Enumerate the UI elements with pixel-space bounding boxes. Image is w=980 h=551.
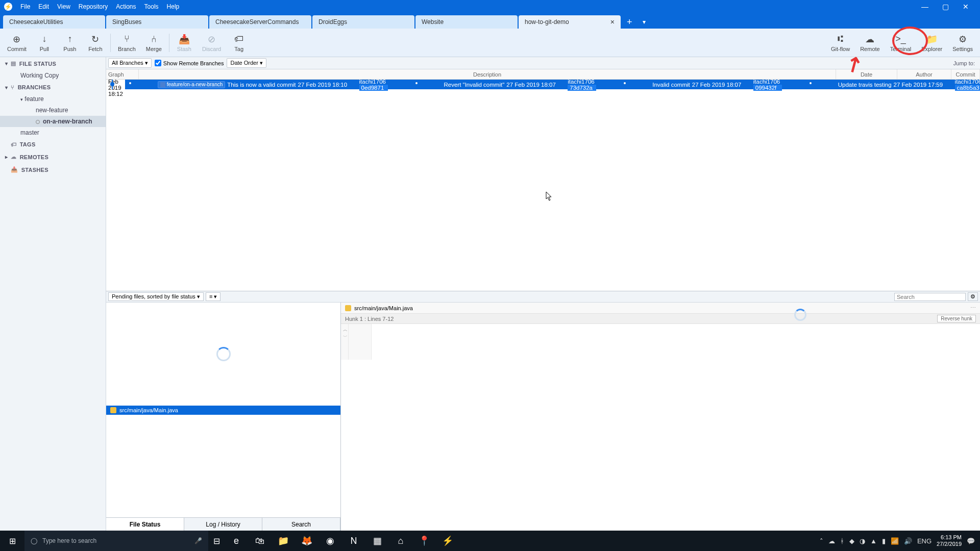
pull-button[interactable]: ↓Pull bbox=[32, 32, 57, 54]
git-flow-button[interactable]: ⑆Git-flow bbox=[826, 32, 855, 54]
fetch-button[interactable]: ↻Fetch bbox=[83, 32, 108, 54]
stash-button[interactable]: 📥Stash bbox=[172, 32, 197, 54]
expand-hunk-icon[interactable]: ︿﹀ bbox=[343, 326, 348, 340]
menu-view[interactable]: View bbox=[53, 3, 75, 10]
repo-tab[interactable]: Website bbox=[415, 15, 518, 29]
bottom-search-input[interactable] bbox=[894, 293, 966, 301]
branch-filter-select[interactable]: All Branches ▾ bbox=[108, 58, 152, 68]
sourcetree-icon[interactable]: ⚡ bbox=[436, 531, 459, 551]
repo-tab[interactable]: DroidEggs bbox=[312, 15, 414, 29]
start-button[interactable]: ⊞ bbox=[0, 531, 24, 551]
tab-file-status[interactable]: File Status bbox=[106, 518, 184, 531]
tray-expand-icon[interactable]: ˄ bbox=[820, 537, 823, 545]
edge-icon[interactable]: e bbox=[225, 531, 248, 551]
repo-tab[interactable]: CheesecakeUtilities bbox=[3, 15, 105, 29]
commit-row[interactable]: Update travis testing 27 Feb 2019 17:59 … bbox=[805, 80, 980, 89]
tag-button[interactable]: 🏷Tag bbox=[226, 32, 252, 54]
sidebar-branch-feature[interactable]: ▾ feature bbox=[0, 93, 106, 105]
menu-actions[interactable]: Actions bbox=[112, 3, 140, 10]
close-window-button[interactable]: ✕ bbox=[955, 3, 976, 11]
app-logo: ⚡ bbox=[4, 3, 12, 11]
tray-app-icon[interactable]: ◑ bbox=[860, 537, 865, 545]
menu-repository[interactable]: Repository bbox=[75, 3, 112, 10]
security-icon[interactable]: ▲ bbox=[870, 537, 877, 545]
menu-edit[interactable]: Edit bbox=[34, 3, 53, 10]
task-view-button[interactable]: ⊟ bbox=[208, 533, 225, 549]
header-description[interactable]: Description bbox=[139, 69, 836, 79]
repo-tab[interactable]: SingBuses bbox=[106, 15, 208, 29]
repo-tab[interactable]: how-to-git-demo× bbox=[519, 15, 621, 29]
sidebar-stashes[interactable]: ▾📥STASHES bbox=[0, 163, 106, 176]
add-tab-button[interactable]: + bbox=[622, 15, 638, 29]
file-row-selected[interactable]: src/main/java/Main.java bbox=[106, 406, 340, 415]
volume-icon[interactable]: 🔊 bbox=[904, 537, 912, 545]
explorer-icon[interactable]: 📁 bbox=[272, 531, 295, 551]
onedrive-icon[interactable]: ☁ bbox=[828, 537, 835, 545]
header-author[interactable]: Author bbox=[897, 69, 951, 79]
commit-row[interactable]: feature/on-a-new-branchThis is now a val… bbox=[125, 80, 980, 89]
merge-button[interactable]: ⑃Merge bbox=[141, 32, 167, 54]
clock[interactable]: 6:13 PM 27/2/2019 bbox=[937, 534, 962, 547]
maps-icon[interactable]: 📍 bbox=[412, 531, 436, 551]
maximize-button[interactable]: ▢ bbox=[935, 3, 955, 11]
terminal-button[interactable]: >_Terminal bbox=[885, 32, 917, 54]
battery-icon[interactable]: ▮ bbox=[882, 537, 886, 545]
commit-button[interactable]: ⊕Commit bbox=[2, 32, 32, 54]
commit-row[interactable]: origin/masterorigin/HEADmasterNew update… bbox=[106, 80, 980, 89]
header-date[interactable]: Date bbox=[836, 69, 897, 79]
repo-tab[interactable]: CheesecakeServerCommands bbox=[209, 15, 311, 29]
minecraft-icon[interactable]: ▦ bbox=[365, 531, 389, 551]
reverse-hunk-button[interactable]: Reverse hunk bbox=[937, 315, 976, 322]
tab-search[interactable]: Search bbox=[262, 518, 340, 531]
sidebar-branch-on-a-new-branch[interactable]: on-a-new-branch bbox=[0, 116, 106, 127]
commit-row[interactable]: Invalid commit 27 Feb 2019 18:07 itachi1… bbox=[620, 80, 980, 89]
language-indicator[interactable]: ENG bbox=[917, 537, 932, 545]
branch-button[interactable]: ⑂Branch bbox=[113, 32, 141, 54]
firefox-icon[interactable]: 🦊 bbox=[295, 531, 318, 551]
pending-files-select[interactable]: Pending files, sorted by file status ▾ bbox=[108, 292, 204, 301]
bottom-tabs: File Status Log / History Search bbox=[106, 517, 340, 531]
bluetooth-icon[interactable]: ᚼ bbox=[840, 537, 844, 545]
sidebar-remotes[interactable]: ▸☁REMOTES bbox=[0, 151, 106, 163]
ref-tag[interactable]: feature/on-a-new-branch bbox=[158, 81, 226, 88]
notifications-icon[interactable]: 💬 bbox=[967, 537, 975, 545]
menu-file[interactable]: File bbox=[16, 3, 34, 10]
notion-icon[interactable]: N bbox=[342, 531, 365, 551]
tray-app-icon[interactable]: ◆ bbox=[849, 537, 854, 545]
show-remote-checkbox[interactable]: Show Remote Branches bbox=[155, 60, 224, 66]
discard-button[interactable]: ⊘Discard bbox=[197, 32, 226, 54]
mic-icon[interactable]: 🎤 bbox=[194, 537, 202, 544]
push-button[interactable]: ↑Push bbox=[57, 32, 83, 54]
tab-menu-button[interactable]: ▾ bbox=[638, 15, 651, 29]
sidebar: ▾▤FILE STATUS Working Copy ▾⑂BRANCHES ▾ … bbox=[0, 57, 106, 531]
sidebar-branches[interactable]: ▾⑂BRANCHES bbox=[0, 81, 106, 93]
header-graph[interactable]: Graph bbox=[106, 69, 139, 79]
minimize-button[interactable]: — bbox=[915, 3, 935, 11]
bottom-settings-button[interactable]: ⚙ bbox=[968, 292, 978, 301]
sidebar-branch-master[interactable]: master bbox=[0, 127, 106, 138]
commit-list[interactable]: origin/masterorigin/HEADmasterNew update… bbox=[106, 80, 980, 291]
commit-row[interactable]: Revert "Invalid commit" 27 Feb 2019 18:0… bbox=[411, 80, 980, 89]
store-icon[interactable]: 🛍 bbox=[248, 531, 272, 551]
sidebar-file-status[interactable]: ▾▤FILE STATUS bbox=[0, 57, 106, 70]
tab-log-history[interactable]: Log / History bbox=[184, 518, 262, 531]
sidebar-tags[interactable]: ▾🏷TAGS bbox=[0, 138, 106, 151]
menu-tools[interactable]: Tools bbox=[140, 3, 163, 10]
commit-date: 27 Feb 2019 18:12 bbox=[106, 80, 123, 97]
twitch-icon[interactable]: ⌂ bbox=[389, 531, 412, 551]
close-tab-icon[interactable]: × bbox=[610, 18, 615, 26]
diff-menu-button[interactable]: ⋯ bbox=[970, 305, 976, 311]
sidebar-branch-new-feature[interactable]: new-feature bbox=[0, 105, 106, 116]
file-path-label: src/main/java/Main.java bbox=[119, 407, 178, 413]
settings-button[interactable]: ⚙Settings bbox=[947, 32, 978, 54]
wifi-icon[interactable]: 📶 bbox=[891, 537, 899, 545]
header-commit[interactable]: Commit bbox=[951, 69, 980, 79]
sidebar-working-copy[interactable]: Working Copy bbox=[0, 70, 106, 81]
menu-help[interactable]: Help bbox=[163, 3, 184, 10]
remote-button[interactable]: ☁Remote bbox=[855, 32, 885, 54]
taskbar-search[interactable]: ◯ Type here to search 🎤 bbox=[24, 531, 208, 551]
order-select[interactable]: Date Order ▾ bbox=[227, 58, 266, 68]
explorer-button[interactable]: 📁Explorer bbox=[916, 32, 947, 54]
view-mode-button[interactable]: ≡ ▾ bbox=[206, 292, 220, 301]
chrome-icon[interactable]: ◉ bbox=[318, 531, 342, 551]
